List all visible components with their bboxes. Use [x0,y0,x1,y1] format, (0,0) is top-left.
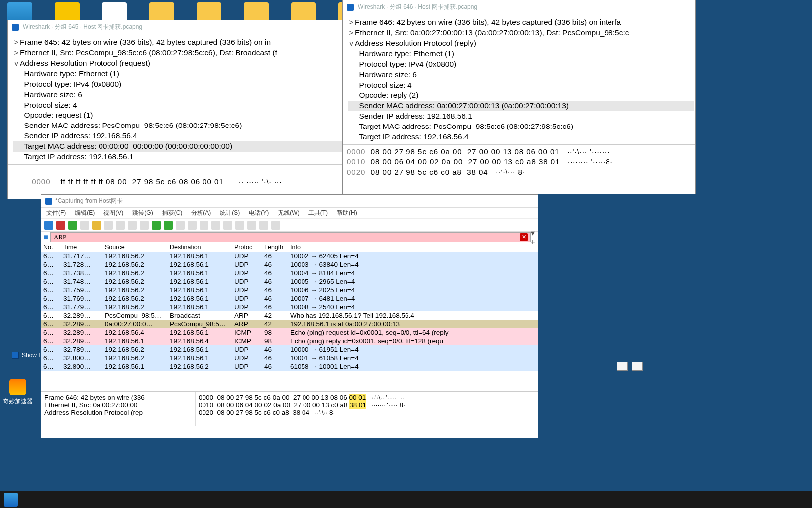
recycle-bin-icon[interactable] [7,2,32,22]
layout-option-icon[interactable] [632,362,643,371]
tree-row[interactable]: >Frame 645: 42 bytes on wire (336 bits),… [13,37,344,48]
prev-button[interactable] [152,221,161,230]
find-button[interactable] [140,221,149,230]
packet-row[interactable]: 6…31.738…192.168.56.2192.168.56.1UDP4610… [41,269,538,277]
menu-item[interactable]: 无线(W) [278,209,299,217]
window-titlebar[interactable]: Wireshark · 分组 646 · Host 网卡捕获.pcapng [343,0,695,14]
zoom-reset-button[interactable] [259,221,268,230]
first-button[interactable] [188,221,197,230]
tree-row[interactable]: >Frame 646: 42 bytes on wire (336 bits),… [348,17,694,28]
zoom-in-button[interactable] [235,221,244,230]
tree-row[interactable]: vAddress Resolution Protocol (reply) [348,38,694,49]
packet-row[interactable]: 6…31.769…192.168.56.2192.168.56.1UDP4610… [41,294,538,303]
tree-row[interactable]: vAddress Resolution Protocol (request) [13,58,344,69]
packet-detail-window-646[interactable]: Wireshark · 分组 646 · Host 网卡捕获.pcapng >F… [342,0,696,194]
tree-row[interactable]: Hardware size: 6 [13,90,344,100]
show-checkbox[interactable]: Show I [12,352,40,359]
reload-button[interactable] [128,221,137,230]
start-capture-button[interactable] [44,221,53,230]
packet-row[interactable]: 6…32.289…0a:00:27:00:0…PcsCompu_98:5…ARP… [41,320,538,328]
packet-tree[interactable]: >Frame 646: 42 bytes on wire (336 bits),… [343,14,695,144]
app-icon[interactable] [55,2,80,22]
goto-button[interactable] [176,221,185,230]
packet-row[interactable]: 6…31.759…192.168.56.2192.168.56.1UDP4610… [41,286,538,294]
tree-row[interactable]: Target IP address: 192.168.56.4 [348,132,694,142]
layout-option-icon[interactable] [617,362,628,371]
start-button[interactable] [4,493,18,507]
folder-icon[interactable] [291,2,316,22]
menu-item[interactable]: 帮助(H) [337,209,357,217]
menu-item[interactable]: 跳转(G) [132,209,153,217]
packet-subtree[interactable]: Frame 646: 42 bytes on wire (336Ethernet… [41,392,196,426]
tree-row[interactable]: Hardware type: Ethernet (1) [13,69,344,79]
save-button[interactable] [104,221,113,230]
open-button[interactable] [92,221,101,230]
packet-detail-window-645[interactable]: Wireshark · 分组 645 · Host 网卡捕获.pcapng >F… [7,20,346,199]
packet-tree[interactable]: >Frame 645: 42 bytes on wire (336 bits),… [8,34,345,164]
packet-row[interactable]: 6…32.800…192.168.56.1192.168.56.2UDP4661… [41,362,538,371]
packet-row[interactable]: 6…31.779…192.168.56.2192.168.56.1UDP4610… [41,303,538,311]
packet-row[interactable]: 6…32.789…192.168.56.2192.168.56.1UDP4610… [41,345,538,354]
tree-row[interactable]: Target MAC address: PcsCompu_98:5c:c6 (0… [348,122,694,132]
folder-icon[interactable] [244,2,269,22]
tree-row[interactable]: >Ethernet II, Src: PcsCompu_98:5c:c6 (08… [13,48,344,58]
zoom-out-button[interactable] [247,221,256,230]
tree-row[interactable]: Sender IP address: 192.168.56.1 [348,111,694,122]
tree-row[interactable]: Sender IP address: 192.168.56.4 [13,131,344,141]
layout-toggle[interactable] [617,362,643,371]
hex-pane[interactable]: 0000 08 00 27 98 5c c6 0a 00 27 00 00 13… [196,392,538,426]
menu-item[interactable]: 统计(S) [220,209,240,217]
autoscroll-button[interactable] [211,221,220,230]
tree-row[interactable]: Target IP address: 192.168.56.1 [13,152,344,162]
next-button[interactable] [164,221,173,230]
packet-list-header[interactable]: No.TimeSourceDestinationProtocLengthInfo [41,243,538,252]
menu-item[interactable]: 编辑(E) [75,209,95,217]
display-filter-input[interactable] [50,232,531,242]
tree-row[interactable]: Opcode: reply (2) [348,90,694,101]
bookmark-icon[interactable]: ■ [41,233,50,242]
desktop-shortcut-accelerator[interactable]: 奇妙加速器 [3,379,33,406]
menu-item[interactable]: 电话(Y) [249,209,269,217]
window-titlebar[interactable]: *Capturing from Host网卡 [41,195,538,208]
restart-capture-button[interactable] [68,221,77,230]
packet-row[interactable]: 6…31.728…192.168.56.2192.168.56.1UDP4610… [41,260,538,269]
menu-bar[interactable]: 文件(F)编辑(E)视图(V)跳转(G)捕获(C)分析(A)统计(S)电话(Y)… [41,208,538,219]
tree-row[interactable]: Protocol type: IPv4 (0x0800) [13,79,344,90]
packet-row[interactable]: 6…32.289…PcsCompu_98:5…BroadcastARP42Who… [41,311,538,320]
tree-row[interactable]: Protocol size: 4 [348,80,694,91]
checkbox-icon[interactable] [12,352,19,359]
taskbar[interactable] [0,491,812,508]
menu-item[interactable]: 工具(T) [308,209,328,217]
menu-item[interactable]: 分析(A) [191,209,211,217]
capture-window[interactable]: *Capturing from Host网卡 文件(F)编辑(E)视图(V)跳转… [41,194,538,438]
tree-row[interactable]: Hardware type: Ethernet (1) [348,49,694,59]
packet-list[interactable]: 6…31.717…192.168.56.2192.168.56.1UDP4610… [41,252,538,391]
file-icon[interactable] [102,2,127,22]
filter-clear-button[interactable]: ✕ [520,233,528,241]
folder-icon[interactable] [197,2,221,22]
packet-row[interactable]: 6…32.289…192.168.56.4192.168.56.1ICMP98E… [41,328,538,337]
menu-item[interactable]: 捕获(C) [162,209,183,217]
close-button[interactable] [116,221,125,230]
menu-item[interactable]: 文件(F) [46,209,66,217]
tree-row[interactable]: Protocol size: 4 [13,100,344,111]
options-button[interactable] [80,221,89,230]
last-button[interactable] [200,221,208,230]
packet-row[interactable]: 6…31.748…192.168.56.2192.168.56.1UDP4610… [41,277,538,286]
tree-row[interactable]: Opcode: request (1) [13,110,344,121]
packet-row[interactable]: 6…32.800…192.168.56.2192.168.56.1UDP4610… [41,354,538,362]
stop-capture-button[interactable] [56,221,65,230]
packet-row[interactable]: 6…31.717…192.168.56.2192.168.56.1UDP4610… [41,252,538,260]
resize-columns-button[interactable] [271,221,280,230]
tree-row[interactable]: Sender MAC address: PcsCompu_98:5c:c6 (0… [13,121,344,131]
folder-icon[interactable] [149,2,174,22]
window-titlebar[interactable]: Wireshark · 分组 645 · Host 网卡捕获.pcapng [8,20,345,34]
tree-row[interactable]: >Ethernet II, Src: 0a:00:27:00:00:13 (0a… [348,28,694,38]
tree-row[interactable]: Hardware size: 6 [348,70,694,80]
tree-row[interactable]: Sender MAC address: 0a:00:27:00:00:13 (0… [348,101,694,111]
tree-row[interactable]: Target MAC address: 00:00:00_00:00:00 (0… [13,141,344,152]
colorize-button[interactable] [223,221,232,230]
menu-item[interactable]: 视图(V) [103,209,123,217]
hex-pane[interactable]: 0000 08 00 27 98 5c c6 0a 00 27 00 00 13… [343,144,695,179]
tree-row[interactable]: Protocol type: IPv4 (0x0800) [348,59,694,70]
